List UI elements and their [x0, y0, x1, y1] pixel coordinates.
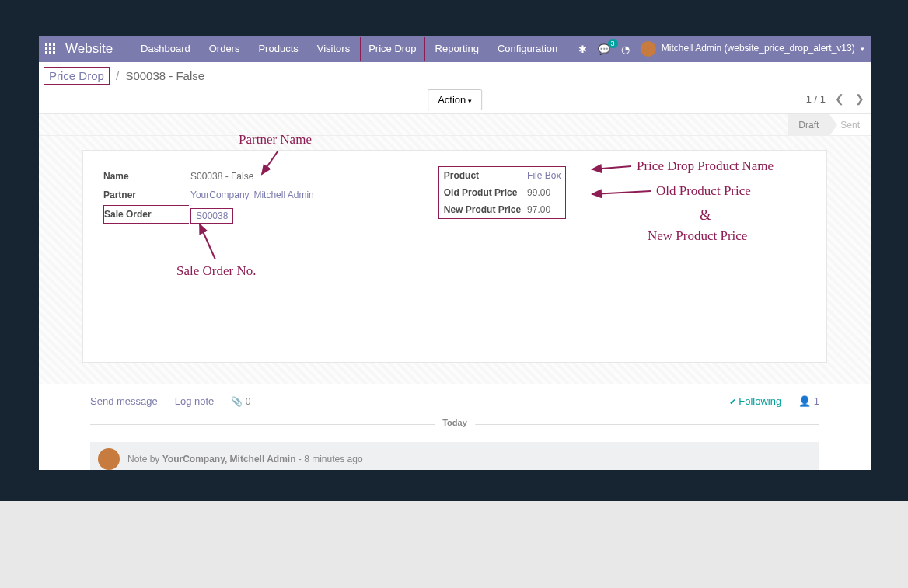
following[interactable]: Following: [729, 395, 781, 407]
svg-rect-3: [45, 47, 47, 50]
apps-icon[interactable]: [39, 43, 62, 54]
main-menu: Dashboard Orders Products Visitors Price…: [131, 36, 567, 62]
form-card: Name S00038 - False Partner YourCompany,…: [82, 150, 827, 363]
pager-text: 1 / 1: [806, 93, 826, 105]
status-bar: Draft Sent: [39, 114, 871, 136]
chat-count: 3: [608, 39, 618, 48]
menu-products[interactable]: Products: [249, 36, 307, 62]
top-nav: Website Dashboard Orders Products Visito…: [39, 36, 871, 62]
chatter-note: Note by YourCompany, Mitchell Admin - 8 …: [90, 442, 819, 470]
pager-next[interactable]: ❯: [854, 92, 866, 105]
old-price-label: Old Produt Price: [439, 184, 525, 201]
svg-rect-5: [53, 47, 55, 50]
svg-rect-0: [45, 43, 47, 46]
activity-icon[interactable]: ◔: [621, 43, 630, 55]
svg-rect-1: [49, 43, 51, 46]
page-footer-strip: [0, 501, 908, 588]
stage-draft[interactable]: Draft: [788, 114, 829, 135]
sale-order-value[interactable]: S00038: [190, 208, 233, 224]
new-price-label: New Produt Price: [439, 201, 527, 218]
partner-label: Partner: [103, 186, 189, 204]
follower-count[interactable]: 👤 1: [798, 395, 819, 407]
product-value[interactable]: File Box: [527, 167, 566, 185]
control-bar: Action 1 / 1 ❮ ❯: [39, 88, 871, 114]
svg-rect-6: [45, 51, 47, 54]
svg-rect-2: [53, 43, 55, 46]
breadcrumb-sep: /: [116, 69, 119, 82]
svg-line-10: [200, 224, 215, 259]
old-price-value: 99.00: [527, 184, 566, 201]
product-label: Product: [439, 167, 525, 184]
note-age: - 8 minutes ago: [299, 454, 363, 464]
today-divider: Today: [90, 424, 819, 425]
sale-order-label: Sale Order: [103, 205, 189, 224]
caret-down-icon: [857, 43, 864, 54]
avatar: [641, 41, 656, 57]
menu-price-drop[interactable]: Price Drop: [359, 36, 425, 62]
breadcrumb: Price Drop / S00038 - False: [39, 62, 871, 88]
user-menu[interactable]: Mitchell Admin (website_price_drop_alert…: [641, 41, 864, 57]
partner-value[interactable]: YourCompany, Mitchell Admin: [190, 186, 320, 204]
name-label: Name: [103, 168, 189, 185]
note-avatar: [98, 448, 120, 470]
pager: 1 / 1 ❮ ❯: [806, 92, 866, 105]
brand[interactable]: Website: [62, 41, 131, 57]
action-button[interactable]: Action: [428, 89, 482, 110]
menu-dashboard[interactable]: Dashboard: [131, 36, 200, 62]
anno-new: New Product Price: [648, 228, 747, 244]
pager-prev[interactable]: ❮: [833, 92, 846, 105]
name-value: S00038 - False: [190, 168, 320, 185]
menu-orders[interactable]: Orders: [200, 36, 250, 62]
debug-icon[interactable]: ✱: [578, 43, 587, 55]
user-label: Mitchell Admin (website_price_drop_alert…: [662, 43, 855, 54]
new-price-value: 97.00: [527, 201, 566, 219]
form-left: Name S00038 - False Partner YourCompany,…: [102, 166, 322, 228]
menu-configuration[interactable]: Configuration: [488, 36, 567, 62]
form-right: Product File Box Old Produt Price 99.00 …: [438, 166, 567, 228]
breadcrumb-current: S00038 - False: [125, 69, 204, 82]
breadcrumb-root[interactable]: Price Drop: [44, 67, 110, 85]
note-author: YourCompany, Mitchell Admin: [162, 454, 296, 464]
svg-rect-8: [53, 51, 55, 54]
menu-reporting[interactable]: Reporting: [426, 36, 488, 62]
log-note[interactable]: Log note: [175, 395, 215, 407]
anno-sale-order: Sale Order No.: [176, 263, 256, 279]
svg-rect-7: [49, 51, 51, 54]
send-message[interactable]: Send message: [90, 395, 158, 407]
attachments[interactable]: 📎 0: [231, 396, 250, 407]
chat-icon[interactable]: 💬3: [598, 43, 610, 55]
chatter: Send message Log note 📎 0 Following 👤 1 …: [39, 384, 871, 470]
svg-rect-4: [49, 47, 51, 50]
note-prefix: Note by: [127, 454, 162, 464]
menu-visitors[interactable]: Visitors: [308, 36, 359, 62]
